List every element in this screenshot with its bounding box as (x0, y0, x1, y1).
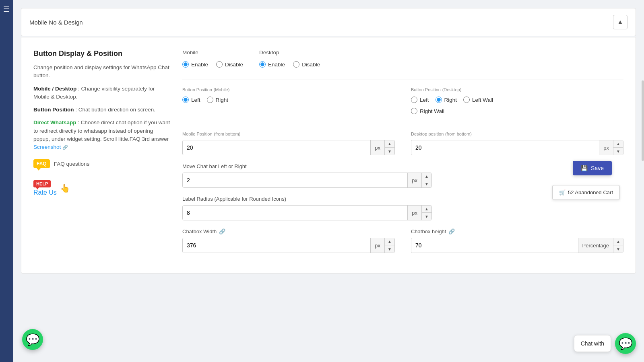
desktop-btn-pos-label: Button Position (411, 87, 441, 92)
desktop-pos-up[interactable]: ▲ (613, 140, 623, 148)
label-radius-down[interactable]: ▼ (422, 213, 431, 220)
desktop-left-radio[interactable]: Left (411, 97, 429, 103)
desktop-enable-radio[interactable]: Enable (259, 61, 285, 68)
desktop-radio-group: Enable Disable (259, 61, 320, 68)
chatbox-width-up[interactable]: ▲ (385, 238, 394, 245)
desktop-right-radio[interactable]: Right (436, 97, 457, 103)
desktop-position-options: Left Right Left Wall (411, 97, 623, 103)
desktop-disable-label: Disable (302, 62, 320, 68)
mobile-pos-up[interactable]: ▲ (385, 140, 394, 148)
desktop-disable-input[interactable] (293, 61, 299, 68)
whatsapp-float-icon: 💬 (26, 333, 40, 346)
move-chat-bar-unit: px (407, 173, 421, 187)
desktop-rightwall-radio[interactable]: Right Wall (411, 108, 444, 114)
label-radius-up[interactable]: ▲ (422, 205, 431, 213)
chat-with-wa-icon: 💬 (619, 337, 633, 350)
desktop-leftwall-radio[interactable]: Left Wall (463, 97, 493, 103)
mobile-pos-input[interactable] (183, 140, 370, 155)
right-panel: Mobile Enable Disable Desktop (182, 49, 623, 261)
move-chat-bar-up[interactable]: ▲ (422, 173, 431, 180)
chatbox-row: Chatbox Width 🔗 px ▲ ▼ Chatbox he (182, 228, 623, 253)
chatbox-width-unit: px (370, 238, 384, 253)
chatbox-height-up[interactable]: ▲ (613, 238, 623, 245)
external-link-icon: 🔗 (62, 144, 68, 151)
save-label: Save (591, 165, 604, 171)
chatbox-width-group: Chatbox Width 🔗 px ▲ ▼ (182, 228, 395, 253)
whatsapp-float-button[interactable]: 💬 (22, 329, 43, 350)
content-panel: Button Display & Position Change positio… (21, 37, 636, 274)
mobile-right-input[interactable] (207, 97, 213, 103)
label-radius-input[interactable] (183, 206, 407, 220)
desktop-position-group: Button Position (Desktop) Left Right (411, 86, 623, 114)
mobile-desktop-desc: Mobile / Desktop : Change visibility sep… (33, 85, 170, 101)
label-radius-spinner: ▲ ▼ (421, 205, 431, 220)
chatbox-height-label: Chatbox height 🔗 (411, 228, 623, 234)
chat-with-wa-button[interactable]: 💬 (615, 333, 636, 354)
label-radius-unit: px (407, 206, 421, 220)
menu-icon[interactable]: ☰ (3, 5, 10, 14)
desktop-pos-field: Desktop position (from bottom) px ▲ ▼ (411, 131, 623, 155)
desktop-left-label: Left (420, 97, 429, 103)
help-badge: HELP (33, 180, 51, 187)
desktop-pos-input[interactable] (411, 140, 599, 155)
mobile-left-input[interactable] (182, 97, 189, 103)
desktop-right-label: Right (444, 97, 457, 103)
chatbox-width-ext-icon[interactable]: 🔗 (219, 228, 225, 234)
rate-us-link[interactable]: Rate Us (33, 189, 57, 196)
direct-whatsapp-link[interactable]: Direct Whatsapp (33, 119, 76, 125)
chatbox-height-input[interactable] (411, 238, 578, 253)
mobile-pos-label-text: Mobile Position (182, 132, 213, 136)
mobile-desktop-label: Mobile / Desktop (33, 86, 76, 92)
mobile-btn-pos-label: Button Position (182, 87, 212, 92)
save-button[interactable]: 💾 Save (573, 161, 612, 175)
main-content: Mobile No & Design ▲ Button Display & Po… (13, 0, 644, 362)
screenshot-link[interactable]: Screenshot 🔗 (33, 143, 68, 151)
scrollbar-indicator[interactable] (642, 80, 644, 161)
chatbox-width-down[interactable]: ▼ (385, 245, 394, 253)
mobile-enable-input[interactable] (182, 61, 189, 68)
chatbox-height-ext-icon[interactable]: 🔗 (448, 228, 455, 234)
desktop-pos-input-group: px ▲ ▼ (411, 140, 623, 155)
mobile-pos-label: Mobile Position (from bottom) (182, 131, 395, 137)
abandoned-cart-label: 52 Abandoned Cart (568, 189, 613, 195)
chatbox-height-down[interactable]: ▼ (613, 245, 623, 253)
desktop-enable-input[interactable] (259, 61, 266, 68)
collapse-button[interactable]: ▲ (613, 15, 627, 29)
move-chat-bar-input[interactable] (183, 173, 407, 187)
chevron-up-icon: ▲ (617, 19, 623, 26)
mobile-pos-spinner: ▲ ▼ (384, 140, 394, 155)
desktop-leftwall-input[interactable] (463, 97, 470, 103)
mobile-left-radio[interactable]: Left (182, 97, 200, 103)
mobile-enable-radio[interactable]: Enable (182, 61, 208, 68)
abandoned-cart-button[interactable]: 🛒 52 Abandoned Cart (552, 185, 620, 200)
desktop-right-input[interactable] (436, 97, 442, 103)
desktop-pos-label-text: Desktop position (411, 132, 444, 136)
desktop-pos-label: Desktop position (from bottom) (411, 131, 623, 137)
faq-questions-text[interactable]: FAQ questions (54, 161, 90, 167)
faq-section: FAQ FAQ questions (33, 159, 170, 168)
desktop-position-title: Button Position (Desktop) (411, 86, 623, 93)
description-content: Change position and display settings for… (33, 64, 169, 78)
move-chat-bar-down[interactable]: ▼ (422, 180, 431, 188)
move-chat-bar-label: Move Chat bar Left or Right (182, 163, 623, 169)
desktop-rightwall-input[interactable] (411, 108, 417, 114)
desktop-left-input[interactable] (411, 97, 417, 103)
mobile-right-radio[interactable]: Right (207, 97, 229, 103)
mobile-radio-group: Enable Disable (182, 61, 243, 68)
desktop-pos-down[interactable]: ▼ (613, 148, 623, 155)
chatbox-width-input-group: px ▲ ▼ (182, 238, 395, 253)
mobile-pos-field: Mobile Position (from bottom) px ▲ ▼ (182, 131, 395, 155)
desktop-disable-radio[interactable]: Disable (293, 61, 320, 68)
hand-icon: 👆 (60, 183, 70, 193)
chatbox-height-text: Chatbox height (411, 228, 446, 234)
mobile-position-group: Button Position (Mobile) Left Right (182, 86, 395, 114)
mobile-pos-down[interactable]: ▼ (385, 148, 394, 155)
chatbox-width-input[interactable] (183, 238, 370, 253)
mobile-disable-input[interactable] (216, 61, 223, 68)
mobile-btn-pos-subtitle: (Mobile) (214, 87, 230, 92)
chatbox-height-unit: Percentage (578, 238, 613, 253)
mobile-disable-radio[interactable]: Disable (216, 61, 243, 68)
mobile-position-options: Left Right (182, 97, 395, 103)
toggle-row: Mobile Enable Disable Desktop (182, 49, 623, 68)
position-section: Button Position (Mobile) Left Right (182, 86, 623, 114)
